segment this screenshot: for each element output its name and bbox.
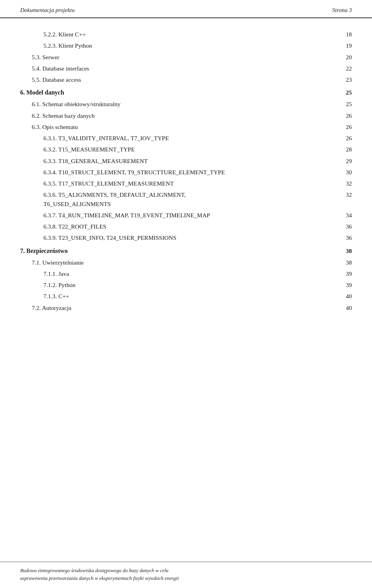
page-header: Dokumentacja projektu Strona 3 [0, 0, 372, 18]
toc-page-637: 34 [336, 211, 352, 220]
toc-page-523: 19 [336, 41, 352, 50]
toc-entry-631: 6.3.1. T3_VALIDITY_INTERVAL, T7_IOV_TYPE… [20, 134, 352, 143]
toc-entry-53: 5.3. Serwer 20 [20, 53, 352, 62]
toc-label-55: 5.5. Database access [32, 75, 336, 84]
toc-label-61: 6.1. Schemat obiektowy/strukturalny [32, 100, 336, 108]
toc-entry-522: 5.2.2. Klient C++ 18 [20, 30, 352, 39]
toc-entry-637: 6.3.7. T4_RUN_TIMELINE_MAP, T19_EVENT_TI… [20, 211, 352, 220]
toc-page-638: 36 [336, 222, 352, 231]
toc-entry-71: 7.1. Uwierzytelnianie 38 [20, 258, 352, 267]
toc-page-635: 32 [336, 179, 352, 188]
toc-content: 5.2.2. Klient C++ 18 5.2.3. Klient Pytho… [0, 18, 372, 562]
toc-page-639: 36 [336, 233, 352, 242]
toc-page-62: 26 [336, 111, 352, 120]
toc-label-71: 7.1. Uwierzytelnianie [32, 258, 336, 267]
toc-row-636: 6.3.6. T5_ALIGNMENTS, T8_DEFAULT_ALIGNME… [20, 190, 352, 208]
toc-entry-711: 7.1.1. Java 39 [20, 269, 352, 278]
footer-line2: usprawnienia przetwarzania danych w eksp… [20, 575, 179, 581]
toc-entry-72: 7.2. Autoryzacja 40 [20, 303, 352, 312]
toc-label-632: 6.3.2. T15_MEASUREMENT_TYPE [43, 145, 336, 154]
toc-page-61: 25 [336, 100, 352, 108]
toc-label-62: 6.2. Schemat bazy danych [32, 111, 336, 120]
page-container: Dokumentacja projektu Strona 3 5.2.2. Kl… [0, 0, 372, 588]
toc-label-712: 7.1.2. Python [43, 280, 336, 289]
toc-label-639: 6.3.9. T23_USER_INFO, T24_USER_PERMISSIO… [43, 233, 336, 242]
toc-page-711: 39 [336, 269, 352, 278]
toc-page-71: 38 [336, 258, 352, 267]
toc-entry-635: 6.3.5. T17_STRUCT_ELEMENT_MEASUREMENT 32 [20, 179, 352, 188]
toc-page-7: 38 [336, 246, 352, 255]
toc-page-633: 29 [336, 156, 352, 165]
toc-entry-636: 6.3.6. T5_ALIGNMENTS, T8_DEFAULT_ALIGNME… [20, 190, 352, 208]
toc-page-63: 26 [336, 122, 352, 131]
toc-label-711: 7.1.1. Java [43, 269, 336, 278]
toc-label-7: 7. Bezpieczeństwo [20, 246, 336, 256]
toc-page-636: 32 [336, 190, 352, 199]
toc-label-631: 6.3.1. T3_VALIDITY_INTERVAL, T7_IOV_TYPE [43, 134, 336, 143]
toc-label-63: 6.3. Opis schematu [32, 122, 336, 131]
toc-label-53: 5.3. Serwer [32, 53, 336, 62]
toc-entry-6: 6. Model danych 25 [20, 88, 352, 97]
toc-page-72: 40 [336, 303, 352, 312]
toc-page-55: 23 [336, 75, 352, 84]
toc-label-6: 6. Model danych [20, 88, 336, 97]
header-title: Dokumentacja projektu [20, 7, 75, 14]
toc-label-633: 6.3.3. T18_GENERAL_MEASUREMENT [43, 156, 336, 165]
toc-entry-634: 6.3.4. T10_STRUCT_ELEMENT, T9_STRUCTTURE… [20, 168, 352, 177]
toc-entry-61: 6.1. Schemat obiektowy/strukturalny 25 [20, 100, 352, 108]
toc-entry-54: 5.4. Database interfaces 22 [20, 64, 352, 73]
toc-label-523: 5.2.3. Klient Python [43, 41, 336, 50]
toc-page-634: 30 [336, 168, 352, 177]
toc-entry-63: 6.3. Opis schematu 26 [20, 122, 352, 131]
toc-label-522: 5.2.2. Klient C++ [43, 30, 336, 39]
toc-entry-632: 6.3.2. T15_MEASUREMENT_TYPE 28 [20, 145, 352, 154]
header-page: Strona 3 [332, 7, 352, 14]
toc-page-6: 25 [336, 88, 352, 97]
toc-entry-638: 6.3.8. T22_ROOT_FILES 36 [20, 222, 352, 231]
toc-label-72: 7.2. Autoryzacja [32, 303, 336, 312]
toc-page-53: 20 [336, 53, 352, 62]
toc-label-635: 6.3.5. T17_STRUCT_ELEMENT_MEASUREMENT [43, 179, 336, 188]
toc-page-522: 18 [336, 30, 352, 39]
toc-entry-7: 7. Bezpieczeństwo 38 [20, 246, 352, 256]
toc-label-636: 6.3.6. T5_ALIGNMENTS, T8_DEFAULT_ALIGNME… [20, 190, 336, 208]
toc-page-631: 26 [336, 134, 352, 143]
footer-line1: Budowa zintegrowanego środowiska dostępo… [20, 567, 169, 573]
toc-label-638: 6.3.8. T22_ROOT_FILES [43, 222, 336, 231]
toc-page-713: 40 [336, 292, 352, 301]
toc-label-713: 7.1.3. C++ [43, 292, 336, 301]
toc-label-637: 6.3.7. T4_RUN_TIMELINE_MAP, T19_EVENT_TI… [43, 211, 336, 220]
toc-entry-633: 6.3.3. T18_GENERAL_MEASUREMENT 29 [20, 156, 352, 165]
page-footer: Budowa zintegrowanego środowiska dostępo… [0, 562, 372, 588]
toc-entry-712: 7.1.2. Python 39 [20, 280, 352, 289]
toc-entry-55: 5.5. Database access 23 [20, 75, 352, 84]
toc-label-634: 6.3.4. T10_STRUCT_ELEMENT, T9_STRUCTTURE… [43, 168, 336, 177]
toc-label-54: 5.4. Database interfaces [32, 64, 336, 73]
toc-entry-713: 7.1.3. C++ 40 [20, 292, 352, 301]
toc-page-632: 28 [336, 145, 352, 154]
toc-entry-62: 6.2. Schemat bazy danych 26 [20, 111, 352, 120]
toc-page-712: 39 [336, 280, 352, 289]
toc-entry-523: 5.2.3. Klient Python 19 [20, 41, 352, 50]
toc-page-54: 22 [336, 64, 352, 73]
toc-entry-639: 6.3.9. T23_USER_INFO, T24_USER_PERMISSIO… [20, 233, 352, 242]
